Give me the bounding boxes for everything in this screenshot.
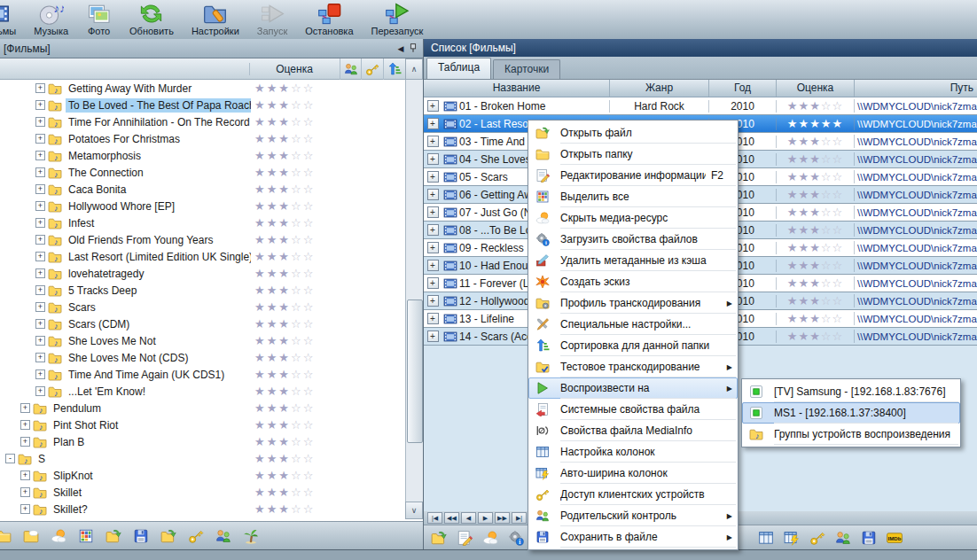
submenu-item[interactable]: ♪ Группы устройств воспроизведения bbox=[742, 424, 960, 445]
context-menu-item[interactable]: Сортировка для данной папки ▶ bbox=[528, 335, 738, 356]
row-expander[interactable]: + bbox=[427, 189, 439, 200]
tree-expander[interactable]: + bbox=[20, 487, 30, 497]
track-rating[interactable]: ★★★☆☆ bbox=[777, 170, 855, 183]
tree-expander[interactable]: + bbox=[35, 336, 45, 346]
row-expander[interactable]: + bbox=[427, 224, 439, 236]
tree-item[interactable]: + ♪ Skillet ★★★☆☆ bbox=[0, 484, 405, 501]
tree-item-label[interactable]: Scars (CDM) bbox=[66, 317, 132, 331]
tree-item[interactable]: + ♪ Old Friends From Young Years ★★★☆☆ bbox=[0, 231, 405, 248]
tree-item[interactable]: + ♪ Plan B ★★★☆☆ bbox=[0, 433, 405, 450]
tree-item-rating[interactable]: ★★★☆☆ bbox=[254, 501, 315, 517]
tree-expander[interactable]: + bbox=[35, 369, 45, 379]
context-menu-item[interactable]: Воспроизвести на ▶ bbox=[528, 377, 738, 399]
track-rating[interactable]: ★★★☆☆ bbox=[777, 276, 855, 290]
tree-item-rating[interactable]: ★★★☆☆ bbox=[254, 130, 315, 147]
tree-expander[interactable]: + bbox=[35, 83, 45, 93]
tree-item-label[interactable]: Pendulum bbox=[51, 401, 104, 416]
tree-expander[interactable]: + bbox=[35, 218, 45, 228]
tree-expander[interactable]: + bbox=[20, 471, 30, 480]
tree-item-rating[interactable]: ★★★☆☆ bbox=[254, 299, 315, 315]
track-rating[interactable]: ★★★☆☆ bbox=[777, 294, 855, 307]
row-expander[interactable]: + bbox=[427, 277, 439, 289]
tree-item[interactable]: + ♪ Subways ★★★☆☆ bbox=[0, 517, 405, 519]
tree-item[interactable]: + ♪ Time For Annihilation - On The Recor… bbox=[0, 113, 405, 130]
row-expander[interactable]: + bbox=[427, 242, 439, 253]
context-menu-item[interactable]: Родительский контроль ▶ bbox=[528, 505, 738, 526]
view-tab[interactable]: Таблица bbox=[426, 58, 491, 79]
tree-expander[interactable]: + bbox=[35, 151, 45, 160]
tree-item-label[interactable]: Scars bbox=[66, 300, 98, 315]
tree-item-label[interactable]: Pint Shot Riot bbox=[51, 418, 121, 432]
context-menu-item[interactable]: Открыть файл ▶ bbox=[528, 122, 738, 144]
tree-item[interactable]: + ♪ Pint Shot Riot ★★★☆☆ bbox=[0, 416, 405, 433]
tree-item-label[interactable]: The Connection bbox=[66, 166, 146, 180]
column-header-year[interactable]: Год bbox=[709, 80, 777, 97]
tree-toolbar-icon[interactable] bbox=[188, 528, 204, 544]
tree-item-label[interactable]: Skillet bbox=[51, 486, 84, 500]
tree-item-label[interactable]: 5 Tracks Deep bbox=[66, 284, 139, 298]
tree-header-key-icon[interactable] bbox=[361, 58, 383, 80]
toolbar-button[interactable]: ♪♪ Музыка bbox=[25, 0, 77, 40]
track-rating[interactable]: ★★★☆☆ bbox=[777, 188, 855, 201]
list-toolbar-icon[interactable] bbox=[809, 530, 825, 546]
tree-item-rating[interactable]: ★★★☆☆ bbox=[254, 214, 315, 231]
row-expander[interactable]: + bbox=[427, 295, 439, 307]
tree-item-label[interactable]: Infest bbox=[66, 216, 97, 230]
tree-expander[interactable]: + bbox=[35, 100, 45, 110]
tree-expander[interactable]: + bbox=[35, 235, 45, 245]
tree-item-rating[interactable]: ★★★☆☆ bbox=[254, 484, 315, 501]
list-toolbar-icon[interactable]: IMDb bbox=[887, 530, 903, 546]
context-menu-item[interactable]: Открыть папку ▶ bbox=[528, 144, 738, 165]
tree-item-label[interactable]: Last Resort (Limited Edition UK Single) bbox=[66, 250, 251, 264]
tree-item-label[interactable]: To Be Loved - The Best Of Papa Roach bbox=[66, 98, 251, 113]
tree-item-label[interactable]: ...Let 'Em Know! bbox=[66, 385, 148, 399]
tree-item-rating[interactable]: ★★★☆☆ bbox=[254, 349, 315, 366]
tree-item-rating[interactable]: ★★★☆☆ bbox=[254, 315, 315, 332]
track-rating[interactable]: ★★★☆☆ bbox=[777, 312, 855, 325]
tree-item[interactable]: + ♪ Time And Time Again (UK CDS1) ★★★☆☆ bbox=[0, 366, 405, 383]
context-menu-item[interactable]: Выделить все ▶ bbox=[528, 186, 738, 207]
tree-item-rating[interactable]: ★★★☆☆ bbox=[254, 113, 315, 130]
tree-expander[interactable]: + bbox=[35, 201, 45, 211]
context-menu-item[interactable]: Удалить метаданные из кэша ▶ bbox=[528, 250, 738, 271]
list-toolbar-icon[interactable]: i bbox=[508, 530, 524, 546]
tree-item-label[interactable]: Metamorphosis bbox=[66, 149, 144, 163]
tree-toolbar-icon[interactable] bbox=[243, 528, 259, 544]
tree-item[interactable]: + ♪ Pendulum ★★★☆☆ bbox=[0, 400, 405, 416]
tree-item-rating[interactable]: ★★★☆☆ bbox=[254, 282, 315, 299]
list-toolbar-icon[interactable] bbox=[835, 530, 851, 546]
submenu-item[interactable]: [TV] Samsung - [192.168.1.83:7676] bbox=[742, 381, 960, 402]
submenu-item[interactable]: MS1 - [192.168.1.37:38400] bbox=[742, 402, 960, 424]
pin-icon[interactable] bbox=[407, 42, 419, 56]
tree-expander[interactable]: + bbox=[35, 184, 45, 194]
tree-item-rating[interactable]: ★★★☆☆ bbox=[254, 265, 315, 282]
tree-expander[interactable]: + bbox=[20, 504, 30, 514]
context-menu-item[interactable]: Тестовое транскодирование ▶ bbox=[528, 356, 738, 377]
tree-item-label[interactable]: She Loves Me Not bbox=[66, 334, 159, 348]
tree-expander[interactable]: + bbox=[35, 268, 45, 278]
toolbar-button[interactable]: Фото bbox=[77, 0, 121, 40]
tree-item[interactable]: + ♪ SlipKnot ★★★☆☆ bbox=[0, 467, 405, 484]
row-expander[interactable]: + bbox=[427, 153, 439, 165]
tree-toolbar-icon[interactable] bbox=[0, 528, 12, 544]
row-expander[interactable]: + bbox=[427, 100, 439, 112]
tree-scroll-up-button[interactable]: ∧ bbox=[405, 58, 423, 80]
tree-header-sort-icon[interactable] bbox=[383, 58, 405, 80]
tree-expander[interactable]: + bbox=[35, 353, 45, 362]
tree-expander[interactable]: + bbox=[35, 167, 45, 177]
nav-button[interactable]: ◀ bbox=[461, 512, 476, 524]
nav-button[interactable]: ▶| bbox=[512, 512, 527, 524]
row-expander[interactable]: + bbox=[427, 313, 439, 324]
toolbar-button[interactable]: Настройки bbox=[183, 0, 248, 40]
tree-item-label[interactable]: lovehatetragedy bbox=[66, 267, 146, 281]
tree-item-rating[interactable]: ★★★☆☆ bbox=[254, 400, 315, 416]
tree-expander[interactable]: + bbox=[35, 252, 45, 261]
tree-toolbar-icon[interactable] bbox=[51, 528, 66, 544]
tree-expander[interactable]: - bbox=[5, 454, 15, 463]
tree-toolbar-icon[interactable] bbox=[215, 528, 231, 544]
tree-item-rating[interactable]: ★★★☆☆ bbox=[254, 181, 315, 198]
tree-item[interactable]: + ♪ lovehatetragedy ★★★☆☆ bbox=[0, 265, 405, 282]
tree-item-rating[interactable]: ★★★☆☆ bbox=[254, 80, 315, 97]
tree-expander[interactable]: + bbox=[35, 386, 45, 396]
column-header-rating[interactable]: Оценка bbox=[777, 80, 855, 97]
